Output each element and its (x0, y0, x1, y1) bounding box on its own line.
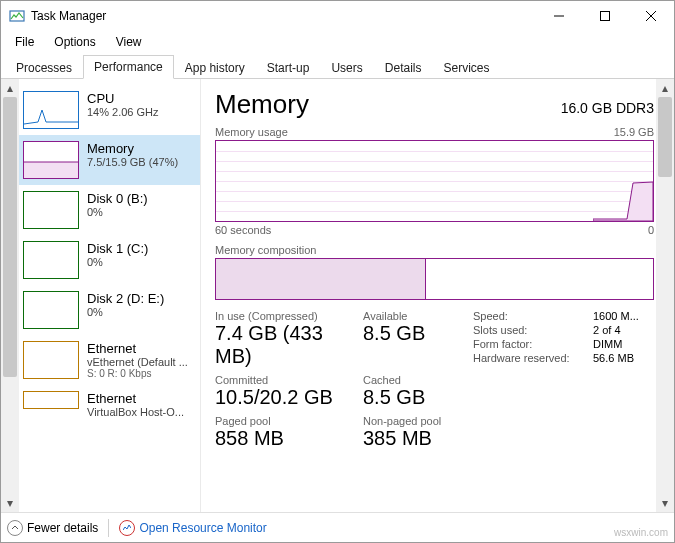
detail-scrollbar[interactable]: ▴ ▾ (656, 79, 674, 512)
close-button[interactable] (628, 1, 674, 31)
minimize-button[interactable] (536, 1, 582, 31)
tab-performance[interactable]: Performance (83, 55, 174, 79)
tab-services[interactable]: Services (432, 56, 500, 79)
stat-value: 7.4 GB (433 MB) (215, 322, 363, 368)
sidebar-item-sub: 0% (87, 256, 148, 268)
stat-val: 2 of 4 (593, 324, 621, 336)
resource-monitor-icon (119, 520, 135, 536)
content-body: ▴ ▾ CPU 14% 2.06 GHz (1, 79, 674, 512)
sidebar-item-label: Disk 2 (D: E:) (87, 291, 164, 306)
menubar: File Options View (1, 31, 674, 53)
sidebar-scrollbar[interactable]: ▴ ▾ (1, 79, 19, 512)
stat-val: 56.6 MB (593, 352, 634, 364)
stat-value: 385 MB (363, 427, 453, 450)
sidebar-item-ethernet-0[interactable]: Ethernet vEthernet (Default ... S: 0 R: … (19, 335, 200, 385)
stat-committed: Committed 10.5/20.2 GB (215, 374, 363, 409)
svg-rect-5 (24, 162, 79, 179)
scroll-down-icon[interactable]: ▾ (1, 494, 19, 512)
task-manager-window: Task Manager File Options View Processes… (0, 0, 675, 543)
stat-inuse: In use (Compressed) 7.4 GB (433 MB) (215, 310, 363, 368)
stat-key: Slots used: (473, 324, 593, 336)
usage-max: 15.9 GB (614, 126, 654, 138)
stat-speed: Speed: 1600 M... (473, 310, 639, 322)
stat-value: 10.5/20.2 GB (215, 386, 363, 409)
scroll-thumb[interactable] (3, 97, 17, 377)
menu-options[interactable]: Options (44, 33, 105, 51)
sidebar-item-label: CPU (87, 91, 159, 106)
menu-view[interactable]: View (106, 33, 152, 51)
stat-key: Form factor: (473, 338, 593, 350)
stat-form-factor: Form factor: DIMM (473, 338, 639, 350)
ethernet-thumbnail (23, 341, 79, 379)
stat-val: DIMM (593, 338, 622, 350)
menu-file[interactable]: File (5, 33, 44, 51)
scroll-track[interactable] (1, 97, 19, 494)
chevron-up-icon[interactable] (7, 520, 23, 536)
sidebar-item-sub: VirtualBox Host-O... (87, 406, 184, 418)
stat-key: Hardware reserved: (473, 352, 593, 364)
sidebar-item-sub2: S: 0 R: 0 Kbps (87, 368, 188, 379)
sidebar-item-disk0[interactable]: Disk 0 (B:) 0% (19, 185, 200, 235)
memory-thumbnail (23, 141, 79, 179)
detail-headline: Memory 16.0 GB DDR3 (215, 89, 654, 120)
disk-thumbnail (23, 191, 79, 229)
detail-pane: Memory 16.0 GB DDR3 Memory usage 15.9 GB (201, 79, 674, 512)
tab-details[interactable]: Details (374, 56, 433, 79)
sidebar-item-label: Disk 0 (B:) (87, 191, 148, 206)
disk-thumbnail (23, 291, 79, 329)
stat-label: In use (Compressed) (215, 310, 363, 322)
ethernet-thumbnail (23, 391, 79, 409)
stat-paged: Paged pool 858 MB (215, 415, 363, 450)
sidebar-item-disk1[interactable]: Disk 1 (C:) 0% (19, 235, 200, 285)
stat-value: 8.5 GB (363, 386, 453, 409)
scroll-up-icon[interactable]: ▴ (1, 79, 19, 97)
open-resource-monitor-link[interactable]: Open Resource Monitor (139, 521, 266, 535)
fewer-details-button[interactable]: Fewer details (27, 521, 98, 535)
chart-header: Memory usage 15.9 GB (215, 126, 654, 138)
tab-strip: Processes Performance App history Start-… (1, 53, 674, 79)
scroll-down-icon[interactable]: ▾ (656, 494, 674, 512)
titlebar: Task Manager (1, 1, 674, 31)
sidebar-item-sub: 7.5/15.9 GB (47%) (87, 156, 178, 168)
separator (108, 519, 109, 537)
tab-users[interactable]: Users (320, 56, 373, 79)
watermark: wsxwin.com (614, 527, 668, 538)
stat-label: Paged pool (215, 415, 363, 427)
stat-value: 858 MB (215, 427, 363, 450)
stats-left: In use (Compressed) 7.4 GB (433 MB) Avai… (215, 310, 453, 450)
sidebar-item-sub: 14% 2.06 GHz (87, 106, 159, 118)
stat-label: Non-paged pool (363, 415, 453, 427)
scroll-up-icon[interactable]: ▴ (656, 79, 674, 97)
sidebar-item-sub: vEthernet (Default ... (87, 356, 188, 368)
axis-right: 0 (648, 224, 654, 236)
sidebar-item-sub: 0% (87, 206, 148, 218)
stat-label: Cached (363, 374, 453, 386)
tab-app-history[interactable]: App history (174, 56, 256, 79)
sidebar-list: CPU 14% 2.06 GHz Memory 7.5/15.9 GB (47%… (19, 79, 200, 512)
sidebar-item-ethernet-1[interactable]: Ethernet VirtualBox Host-O... (19, 385, 200, 424)
usage-label: Memory usage (215, 126, 288, 138)
stat-slots: Slots used: 2 of 4 (473, 324, 639, 336)
tab-startup[interactable]: Start-up (256, 56, 321, 79)
stats-right: Speed: 1600 M... Slots used: 2 of 4 Form… (473, 310, 639, 450)
sidebar-item-label: Memory (87, 141, 178, 156)
maximize-button[interactable] (582, 1, 628, 31)
axis-left: 60 seconds (215, 224, 271, 236)
memory-usage-chart (215, 140, 654, 222)
svg-marker-7 (593, 182, 653, 221)
sidebar-item-memory[interactable]: Memory 7.5/15.9 GB (47%) (19, 135, 200, 185)
sidebar-item-disk2[interactable]: Disk 2 (D: E:) 0% (19, 285, 200, 335)
composition-label: Memory composition (215, 244, 654, 256)
memory-composition-chart (215, 258, 654, 300)
sidebar-item-label: Ethernet (87, 341, 188, 356)
sidebar-item-cpu[interactable]: CPU 14% 2.06 GHz (19, 85, 200, 135)
scroll-track[interactable] (656, 97, 674, 494)
tab-processes[interactable]: Processes (5, 56, 83, 79)
footer: Fewer details Open Resource Monitor (1, 512, 674, 542)
scroll-thumb[interactable] (658, 97, 672, 177)
sidebar-item-label: Ethernet (87, 391, 184, 406)
stat-label: Committed (215, 374, 363, 386)
usage-area-icon (593, 139, 653, 221)
svg-rect-2 (601, 12, 610, 21)
stat-nonpaged: Non-paged pool 385 MB (363, 415, 453, 450)
